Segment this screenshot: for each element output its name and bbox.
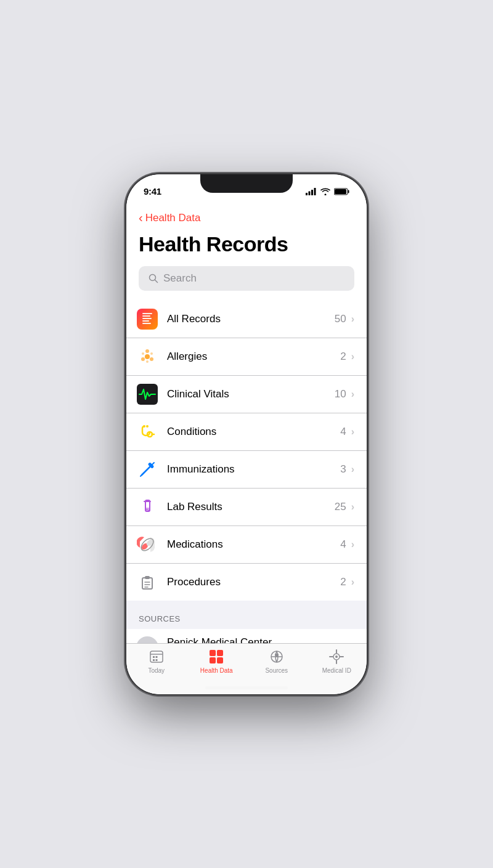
sources-header: SOURCES xyxy=(126,601,367,629)
list-item-clinical-vitals[interactable]: Clinical Vitals 10 › xyxy=(126,376,367,413)
svg-rect-3 xyxy=(314,188,316,195)
penick-name: Penick Medical Center xyxy=(167,636,351,643)
svg-line-8 xyxy=(155,280,158,282)
list-item-immunizations[interactable]: Immunizations 3 › xyxy=(126,451,367,489)
svg-rect-54 xyxy=(210,657,216,663)
lab-results-chevron-icon: › xyxy=(351,501,354,513)
medical-id-tab-icon xyxy=(328,649,344,665)
svg-line-31 xyxy=(152,463,154,464)
svg-rect-48 xyxy=(153,656,155,658)
phone-wrapper: 9:41 xyxy=(126,174,367,694)
svg-rect-50 xyxy=(153,659,155,661)
sources-label: SOURCES xyxy=(139,614,181,623)
all-records-chevron-icon: › xyxy=(351,314,354,325)
svg-rect-52 xyxy=(210,650,216,656)
penick-info: Penick Medical Center My Patient Portal xyxy=(167,636,351,643)
source-item-penick[interactable]: P Penick Medical Center My Patient Porta… xyxy=(126,629,367,643)
svg-rect-12 xyxy=(142,318,152,319)
immunizations-chevron-icon: › xyxy=(351,464,354,475)
lab-results-count: 25 xyxy=(335,501,346,513)
clinical-vitals-icon xyxy=(136,383,158,405)
immunizations-count: 3 xyxy=(340,463,346,476)
svg-point-16 xyxy=(145,354,150,359)
health-data-tab-label: Health Data xyxy=(200,667,233,674)
records-list: All Records 50 › xyxy=(126,301,367,601)
svg-point-20 xyxy=(150,352,153,355)
svg-rect-51 xyxy=(155,659,157,661)
conditions-label: Conditions xyxy=(167,426,340,438)
sources-list: P Penick Medical Center My Patient Porta… xyxy=(126,629,367,643)
tab-sources[interactable]: Sources xyxy=(246,649,307,674)
all-records-count: 50 xyxy=(335,313,346,325)
svg-point-19 xyxy=(141,357,145,361)
page-title: Health Records xyxy=(139,230,354,266)
conditions-icon xyxy=(136,421,158,443)
tab-bar: Today Health Data xyxy=(126,643,367,694)
svg-rect-42 xyxy=(145,576,150,579)
penick-icon: P xyxy=(136,636,158,643)
notch xyxy=(200,174,293,193)
svg-point-27 xyxy=(146,425,149,428)
svg-rect-5 xyxy=(348,190,349,193)
list-item-lab-results[interactable]: Lab Results 25 › xyxy=(126,489,367,526)
svg-rect-0 xyxy=(306,193,308,195)
battery-icon xyxy=(334,188,349,195)
clinical-vitals-count: 10 xyxy=(335,388,346,400)
health-data-tab-icon xyxy=(208,649,224,665)
svg-rect-13 xyxy=(142,320,149,322)
lab-results-label: Lab Results xyxy=(167,501,335,513)
all-records-label: All Records xyxy=(167,313,335,325)
search-container: Search xyxy=(126,266,367,301)
back-label: Health Data xyxy=(145,212,201,224)
svg-point-35 xyxy=(147,509,148,510)
search-placeholder: Search xyxy=(163,272,197,285)
list-item-allergies[interactable]: Allergies 2 › xyxy=(126,338,367,376)
search-bar[interactable]: Search xyxy=(139,266,354,291)
conditions-chevron-icon: › xyxy=(351,426,354,437)
tab-medical-id[interactable]: Medical ID xyxy=(307,649,367,674)
svg-point-21 xyxy=(142,352,144,355)
svg-rect-55 xyxy=(217,657,223,663)
svg-rect-2 xyxy=(311,190,313,195)
list-item-medications[interactable]: Medications 4 › xyxy=(126,526,367,564)
procedures-chevron-icon: › xyxy=(351,577,354,588)
phone-screen: 9:41 xyxy=(126,174,367,694)
svg-line-30 xyxy=(141,473,144,476)
allergies-count: 2 xyxy=(340,351,346,363)
list-item-all-records[interactable]: All Records 50 › xyxy=(126,301,367,338)
back-chevron-icon: ‹ xyxy=(139,211,143,225)
procedures-count: 2 xyxy=(340,576,346,588)
lab-results-icon xyxy=(136,496,158,518)
svg-point-22 xyxy=(146,360,149,363)
svg-point-18 xyxy=(150,357,153,361)
conditions-count: 4 xyxy=(340,426,346,438)
svg-point-26 xyxy=(143,425,145,428)
screen-content[interactable]: ‹ Health Data Health Records Search xyxy=(126,201,367,643)
sources-tab-label: Sources xyxy=(265,667,288,674)
clinical-vitals-label: Clinical Vitals xyxy=(167,388,335,400)
medications-chevron-icon: › xyxy=(351,539,354,550)
wifi-icon xyxy=(320,188,330,195)
svg-rect-10 xyxy=(142,313,152,314)
medications-icon xyxy=(136,533,158,556)
allergies-label: Allergies xyxy=(167,351,340,363)
svg-rect-14 xyxy=(142,323,151,324)
immunizations-label: Immunizations xyxy=(167,463,340,476)
phone-frame: 9:41 xyxy=(126,174,367,694)
status-time: 9:41 xyxy=(144,186,161,197)
tab-today[interactable]: Today xyxy=(126,649,187,674)
tab-health-data[interactable]: Health Data xyxy=(187,649,247,674)
sources-tab-icon xyxy=(269,649,285,665)
today-tab-icon xyxy=(149,649,165,665)
back-link[interactable]: ‹ Health Data xyxy=(139,206,354,230)
svg-rect-1 xyxy=(309,191,311,195)
all-records-icon xyxy=(136,308,158,330)
immunizations-icon xyxy=(136,458,158,481)
svg-rect-6 xyxy=(335,189,346,194)
svg-rect-49 xyxy=(155,656,157,658)
search-icon xyxy=(149,274,158,283)
list-item-procedures[interactable]: Procedures 2 › xyxy=(126,564,367,601)
status-icons xyxy=(306,188,349,195)
list-item-conditions[interactable]: Conditions 4 › xyxy=(126,413,367,451)
svg-rect-11 xyxy=(142,315,150,317)
